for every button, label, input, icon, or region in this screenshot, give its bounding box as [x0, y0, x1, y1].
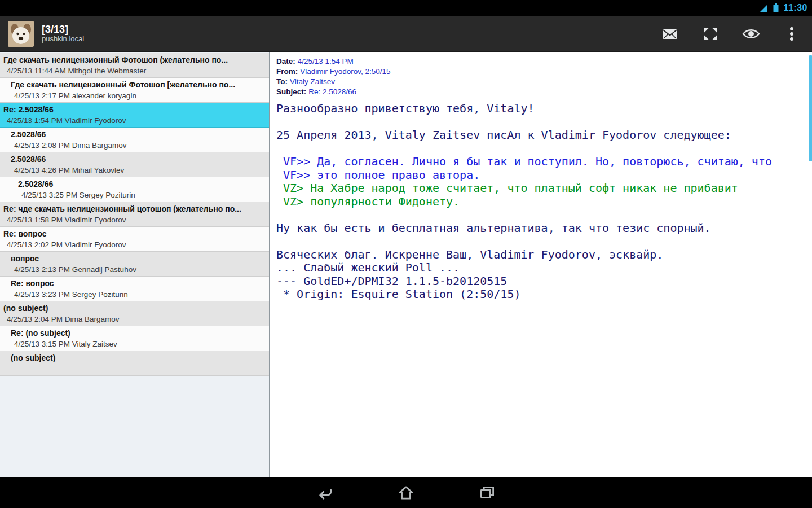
thread-list-item[interactable]: Re: чде скачать нелицензионный цотошоп (… — [0, 202, 269, 227]
thread-subject: Re: чде скачать нелицензионный цотошоп (… — [3, 204, 267, 214]
recents-icon — [478, 483, 497, 502]
thread-list-item[interactable]: Где скачать нелицензионный Фотошоп (жела… — [0, 53, 269, 78]
message-body-line — [276, 235, 806, 248]
back-button[interactable] — [308, 479, 342, 506]
thread-meta: 4/25/13 3:25 PM Sergey Poziturin — [18, 190, 267, 200]
thread-subject: 2.5028/66 — [11, 129, 267, 140]
thread-meta: 4/25/13 1:54 PM Vladimir Fyodorov — [3, 115, 267, 126]
screen: 11:30 [3/13] pushkin.local — [0, 0, 812, 508]
eye-icon — [742, 25, 761, 43]
thread-list[interactable]: Где скачать нелицензионный Фотошоп (жела… — [0, 52, 269, 376]
thread-subject: (no subject) — [3, 303, 267, 314]
thread-list-item[interactable]: Re: (no subject) 4/25/13 3:15 PM Vitaly … — [0, 326, 269, 351]
navigation-bar — [0, 477, 812, 508]
status-time: 11:30 — [783, 3, 807, 13]
fullscreen-icon — [701, 25, 720, 43]
message-body-line: Всяческих благ. Искренне Ваш, Vladimir F… — [276, 248, 806, 262]
thread-subject: (no subject) — [11, 353, 267, 364]
thread-list-item[interactable]: (no subject) 4/25/13 2:04 PM Dima Bargam… — [0, 301, 269, 326]
content-area: Где скачать нелицензионный Фотошоп (жела… — [0, 52, 812, 477]
message-panel[interactable]: Date:4/25/13 1:54 PM From:Vladimir Fyodo… — [270, 52, 812, 477]
message-header-line: From:Vladimir Fyodorov, 2:50/15 — [276, 67, 806, 77]
thread-meta: 4/25/13 3:15 PM Vitaly Zaitsev — [11, 339, 267, 349]
message-header-line: Subject:Re: 2.5028/66 — [276, 87, 806, 97]
thread-list-item[interactable]: 2.5028/66 4/25/13 3:25 PM Sergey Pozitur… — [0, 177, 269, 202]
thread-subject: Где скачать нелицензионный Фотошоп (жела… — [3, 55, 267, 65]
message-body-line: * Origin: Esquire Station (2:50/15) — [276, 288, 806, 301]
message-body-line: VF>> Да, согласен. Лично я бы так и пост… — [276, 155, 806, 169]
thread-list-item[interactable]: Re: вопрос 4/25/13 3:23 PM Sergey Pozitu… — [0, 277, 269, 301]
thread-list-item[interactable]: (no subject) — [0, 351, 269, 376]
header-value: 4/25/13 1:54 PM — [298, 57, 354, 65]
message-body-line — [276, 208, 806, 222]
message-counter: [3/13] — [42, 24, 84, 36]
back-icon — [315, 483, 334, 502]
thread-subject: 2.5028/66 — [11, 154, 267, 165]
thread-subject: 2.5028/66 — [18, 179, 267, 190]
thread-meta: 4/25/13 4:26 PM Mihail Yakovlev — [11, 165, 267, 176]
action-bar: [3/13] pushkin.local — [0, 16, 812, 52]
thread-meta: 4/25/13 2:02 PM Vladimir Fyodorov — [3, 239, 267, 250]
battery-icon — [773, 3, 779, 13]
header-value: Vladimir Fyodorov, 2:50/15 — [300, 67, 390, 76]
thread-meta: 4/25/13 11:44 AM Mithgol the Webmaster — [3, 65, 267, 76]
header-label: Subject: — [276, 87, 306, 96]
thread-meta: 4/25/13 3:23 PM Sergey Poziturin — [11, 289, 267, 300]
fullscreen-button[interactable] — [690, 16, 731, 51]
message-body-line — [276, 116, 806, 129]
status-bar: 11:30 — [0, 0, 812, 16]
thread-list-item[interactable]: вопрос 4/25/13 2:13 PM Gennadij Pastuhov — [0, 252, 269, 277]
message-body-line: 25 Апреля 2013, Vitaly Zaitsev писАл к V… — [276, 129, 806, 142]
action-bar-titles[interactable]: [3/13] pushkin.local — [42, 24, 84, 44]
thread-list-item[interactable]: Re: вопрос 4/25/13 2:02 PM Vladimir Fyod… — [0, 227, 269, 252]
thread-subject: Re: вопрос — [3, 229, 267, 239]
message-header-line: To:Vitaly Zaitsev — [276, 77, 806, 87]
header-label: To: — [276, 77, 288, 86]
thread-list-item[interactable]: 2.5028/66 4/25/13 4:26 PM Mihail Yakovle… — [0, 152, 269, 177]
message-body-line: --- GoldED+/DPMI32 1.1.5-b20120515 — [276, 275, 806, 288]
message-header-line: Date:4/25/13 1:54 PM — [276, 56, 806, 67]
thread-list-panel: Где скачать нелицензионный Фотошоп (жела… — [0, 52, 270, 477]
thread-meta: 4/25/13 2:08 PM Dima Bargamov — [11, 140, 267, 151]
thread-subject: Re: вопрос — [11, 278, 267, 289]
thread-subject: вопрос — [11, 253, 267, 264]
message-body: Разнообразно приветствую тебя, Vitaly! 2… — [276, 102, 806, 301]
scrollbar-thumb[interactable] — [809, 55, 812, 161]
app-icon[interactable] — [8, 21, 34, 47]
recents-button[interactable] — [470, 479, 504, 506]
home-icon — [396, 483, 416, 502]
overflow-menu-button[interactable] — [771, 16, 812, 51]
signal-icon — [759, 3, 769, 13]
thread-list-item[interactable]: Re: 2.5028/66 4/25/13 1:54 PM Vladimir F… — [0, 103, 269, 128]
home-button[interactable] — [389, 479, 423, 506]
thread-meta: 4/25/13 2:04 PM Dima Bargamov — [3, 314, 267, 325]
thread-meta: 4/25/13 2:13 PM Gennadij Pastuhov — [11, 264, 267, 275]
header-value: Vitaly Zaitsev — [290, 77, 335, 86]
compose-mail-icon — [661, 25, 679, 43]
dog-photo-icon — [8, 21, 34, 47]
message-body-line: Ну как бы есть и бесплатная альтернатива… — [276, 222, 806, 235]
thread-subject: Re: 2.5028/66 — [3, 104, 267, 115]
action-bar-actions — [650, 16, 812, 51]
header-label: From: — [276, 67, 298, 76]
message-body-line — [276, 142, 806, 156]
thread-subject: Где скачать нелицензионный Фотошоп [жела… — [11, 80, 267, 90]
thread-meta: 4/25/13 1:58 PM Vladimir Fyodorov — [3, 214, 267, 225]
message-body-line: VZ> популярности Фидонету. — [276, 195, 806, 209]
mark-read-button[interactable] — [731, 16, 771, 51]
thread-list-item[interactable]: Где скачать нелицензионный Фотошоп [жела… — [0, 78, 269, 103]
header-value: Re: 2.5028/66 — [308, 87, 356, 96]
message-body-line: ... Слабый женский Poll ... — [276, 261, 806, 275]
thread-meta: 4/25/13 2:17 PM alexander koryagin — [11, 90, 267, 101]
thread-list-item[interactable]: 2.5028/66 4/25/13 2:08 PM Dima Bargamov — [0, 128, 269, 152]
echo-area-name: pushkin.local — [42, 35, 84, 43]
message-body-line: VZ> На Хабре народ тоже считает, что пла… — [276, 182, 806, 195]
header-label: Date: — [276, 57, 295, 65]
compose-mail-button[interactable] — [650, 16, 690, 51]
overflow-menu-icon — [783, 25, 801, 43]
message-body-line: Разнообразно приветствую тебя, Vitaly! — [276, 102, 806, 116]
message-body-line: VF>> это полное право автора. — [276, 169, 806, 182]
thread-subject: Re: (no subject) — [11, 328, 267, 339]
message-header: Date:4/25/13 1:54 PM From:Vladimir Fyodo… — [276, 56, 806, 97]
